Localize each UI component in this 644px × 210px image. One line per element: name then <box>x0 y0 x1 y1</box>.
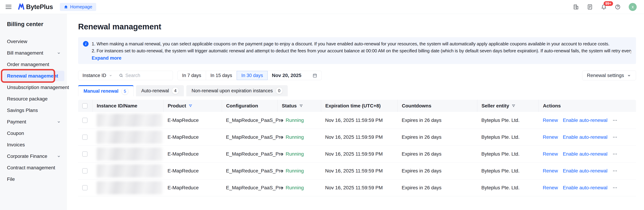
renew-link[interactable]: Renew <box>543 134 558 140</box>
home-icon <box>64 5 68 9</box>
cell-product: E-MapReduce <box>168 168 199 174</box>
sidebar-item-invoices[interactable]: Invoices <box>0 139 67 151</box>
homepage-tab[interactable]: Homepage <box>60 3 96 11</box>
renew-link[interactable]: Renew <box>543 168 558 174</box>
more-actions-icon[interactable] <box>612 185 618 190</box>
sidebar-item-bill-management[interactable]: Bill management <box>0 47 67 59</box>
sidebar-item-unsubscription-management[interactable]: Unsubscription management <box>0 82 67 93</box>
enable-auto-renewal-link[interactable]: Enable auto-renewal <box>563 134 608 140</box>
sidebar-nav: Overview Bill management Order managemen… <box>0 36 67 185</box>
chevron-down-icon <box>56 120 61 124</box>
top-bar: BytePlus Homepage <box>0 0 644 14</box>
table-row: E-MapReduce E_MapReduce_PaaS_Pre Running… <box>78 163 636 179</box>
filter-funnel-icon[interactable] <box>512 104 516 108</box>
date-picker[interactable]: Nov 20, 2025 <box>268 71 322 80</box>
status-label: Running <box>286 118 304 123</box>
select-all-checkbox[interactable] <box>82 103 88 108</box>
sidebar: Billing center Overview Bill management … <box>0 14 67 210</box>
notifications-button[interactable]: 99+ <box>601 4 607 10</box>
document-icon <box>587 4 593 10</box>
organization-button[interactable] <box>573 4 579 10</box>
cell-product: E-MapReduce <box>168 134 199 140</box>
cell-configuration: E_MapReduce_PaaS_Pre <box>226 118 283 123</box>
status-dot-icon <box>282 187 283 189</box>
row-checkbox[interactable] <box>82 135 88 140</box>
cell-seller-entity: Byteplus Pte. Ltd. <box>481 118 520 123</box>
status-label: Running <box>286 185 304 191</box>
notice-line-1: 1. When making a manual renewal, you can… <box>92 40 631 47</box>
help-button[interactable] <box>615 4 621 10</box>
search-field-select[interactable]: Instance ID <box>78 73 116 78</box>
page-title: Renewal management <box>78 22 636 31</box>
tab-count-badge: 0 <box>276 87 282 94</box>
redacted-instance-id <box>96 164 162 178</box>
tab-non-renewal-upon-expiration[interactable]: Non-renewal upon expiration instances 0 <box>186 85 288 96</box>
status-label: Running <box>286 151 304 157</box>
sidebar-title: Billing center <box>0 21 67 27</box>
search-input[interactable] <box>126 73 170 78</box>
enable-auto-renewal-link[interactable]: Enable auto-renewal <box>563 151 608 157</box>
enable-auto-renewal-link[interactable]: Enable auto-renewal <box>563 168 608 174</box>
redacted-instance-id <box>96 114 162 127</box>
cell-countdown: Expires in 26 days <box>402 134 442 140</box>
renew-link[interactable]: Renew <box>543 118 558 123</box>
sidebar-item-file[interactable]: File <box>0 174 67 185</box>
cell-product: E-MapReduce <box>168 118 199 123</box>
hamburger-menu-icon[interactable] <box>6 5 12 9</box>
cell-product: E-MapReduce <box>168 151 199 157</box>
redacted-instance-id <box>96 131 162 144</box>
tab-bar: Manual renewal 5 Auto-renewal 4 Non-rene… <box>78 85 636 96</box>
status-dot-icon <box>282 170 283 172</box>
sidebar-item-payment[interactable]: Payment <box>0 116 67 128</box>
cell-configuration: E_MapReduce_PaaS_Pre <box>226 151 283 157</box>
more-actions-icon[interactable] <box>612 168 618 174</box>
cell-configuration: E_MapReduce_PaaS_Pre <box>226 168 283 174</box>
status-dot-icon <box>282 137 283 138</box>
sidebar-item-contract-management[interactable]: Contract management <box>0 162 67 174</box>
sidebar-item-resource-package[interactable]: Resource package <box>0 93 67 105</box>
table-row: E-MapReduce E_MapReduce_PaaS_Pre Running… <box>78 129 636 146</box>
range-in-15-days[interactable]: In 15 days <box>206 71 237 80</box>
cell-expiration-time: Nov 16, 2025 11:59:59 PM <box>325 151 383 157</box>
billing-document-button[interactable] <box>587 4 593 10</box>
sidebar-item-corporate-finance[interactable]: Corporate Finance <box>0 151 67 162</box>
status-dot-icon <box>282 120 283 121</box>
renewal-settings-button[interactable]: Renewal settings <box>582 71 636 80</box>
renew-link[interactable]: Renew <box>543 151 558 157</box>
row-checkbox[interactable] <box>82 185 88 190</box>
cell-configuration: E_MapReduce_PaaS_Pre <box>226 185 283 190</box>
sidebar-item-savings-plans[interactable]: Savings Plans <box>0 105 67 116</box>
expand-more-link[interactable]: Expand more <box>92 55 122 61</box>
table-row: E-MapReduce E_MapReduce_PaaS_Pre Running… <box>78 112 636 129</box>
range-in-7-days[interactable]: In 7 days <box>178 71 206 80</box>
more-actions-icon[interactable] <box>612 151 618 157</box>
tab-manual-renewal[interactable]: Manual renewal 5 <box>78 85 134 96</box>
filter-funnel-icon[interactable] <box>188 104 192 108</box>
search-combo: Instance ID <box>78 71 173 80</box>
notice-line-2: 2. For instances set to auto-renewal, th… <box>92 47 631 54</box>
tab-count-badge: 5 <box>122 88 128 95</box>
sidebar-item-order-management[interactable]: Order management <box>0 59 67 70</box>
search-icon <box>119 73 123 78</box>
cell-expiration-time: Nov 16, 2025 11:59:59 PM <box>325 185 383 190</box>
row-checkbox[interactable] <box>82 168 88 174</box>
cell-seller-entity: Byteplus Pte. Ltd. <box>481 134 520 140</box>
tab-auto-renewal[interactable]: Auto-renewal 4 <box>136 85 184 96</box>
table-row: E-MapReduce E_MapReduce_PaaS_Pre Running… <box>78 179 636 196</box>
chevron-down-icon <box>109 73 112 77</box>
row-checkbox[interactable] <box>82 151 88 157</box>
more-actions-icon[interactable] <box>612 118 618 123</box>
filter-bar: Instance ID In 7 days In 15 days In 30 d… <box>78 71 636 80</box>
sidebar-item-overview[interactable]: Overview <box>0 36 67 47</box>
enable-auto-renewal-link[interactable]: Enable auto-renewal <box>563 118 608 123</box>
renew-link[interactable]: Renew <box>543 185 558 191</box>
row-checkbox[interactable] <box>82 118 88 123</box>
more-actions-icon[interactable] <box>612 135 618 140</box>
avatar[interactable]: x <box>629 3 637 11</box>
sidebar-item-coupon[interactable]: Coupon <box>0 128 67 139</box>
sidebar-item-renewal-management[interactable]: Renewal management <box>0 70 67 82</box>
filter-funnel-icon[interactable] <box>299 104 303 108</box>
enable-auto-renewal-link[interactable]: Enable auto-renewal <box>563 185 608 191</box>
range-in-30-days[interactable]: In 30 days <box>236 71 268 80</box>
cell-expiration-time: Nov 16, 2025 11:59:59 PM <box>325 118 383 123</box>
